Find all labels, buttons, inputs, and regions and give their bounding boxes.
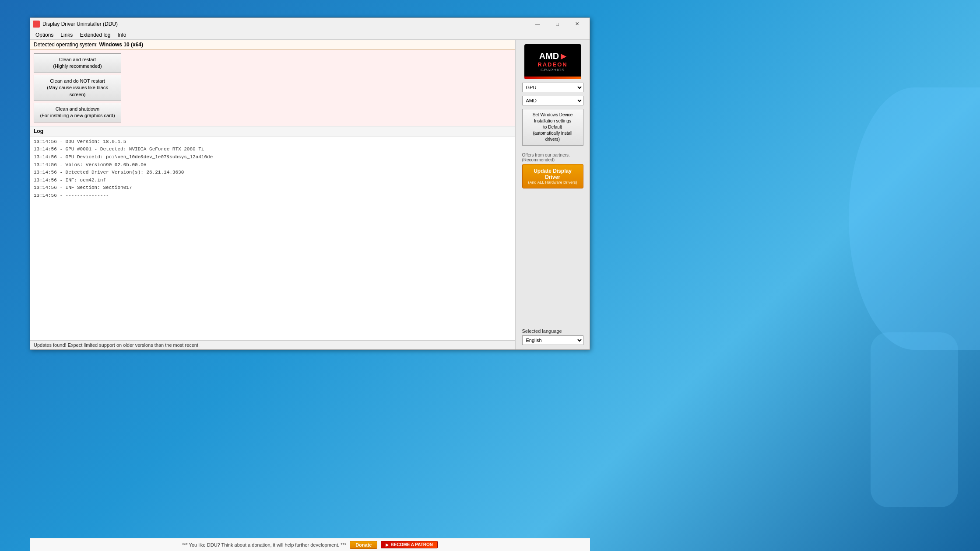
content-area: Detected operating system: Windows 10 (x… (30, 40, 590, 349)
main-panel: Detected operating system: Windows 10 (x… (30, 40, 515, 349)
amd-stripe (524, 77, 581, 79)
app-icon (33, 21, 40, 28)
log-entry: 13:14:56 - --------------- (34, 192, 512, 200)
clean-restart-line1: Clean and restart (39, 56, 116, 63)
windows-settings-button[interactable]: Set Windows Device Installation settings… (522, 109, 583, 146)
clean-restart-line2: (Highly recommended) (39, 63, 116, 70)
clean-shutdown-line2: (For installing a new graphics card) (39, 112, 116, 119)
maximize-button[interactable]: □ (548, 18, 567, 30)
windows-settings-line2: to Default (526, 124, 580, 130)
os-detected-label: Detected operating system: (34, 42, 99, 48)
partners-section: Offers from our partners. (Recommended) … (522, 153, 583, 188)
patron-button[interactable]: ▶ BECOME A PATRON (381, 541, 438, 548)
status-bar: Updates found! Expect limited support on… (30, 340, 515, 349)
menu-info[interactable]: Info (114, 31, 130, 39)
language-label: Selected language (522, 328, 583, 334)
log-label: Log (30, 126, 515, 136)
donation-text: *** You like DDU? Think about a donation… (182, 542, 346, 548)
patron-label: BECOME A PATRON (390, 542, 433, 547)
clean-shutdown-button[interactable]: Clean and shutdown (For installing a new… (34, 103, 121, 122)
donation-bar: *** You like DDU? Think about a donation… (30, 538, 590, 551)
clean-restart-button[interactable]: Clean and restart (Highly recommended) (34, 53, 121, 73)
right-sidebar: AMD ▶ RADEON GRAPHICS GPU CPU AMD NVIDIA… (515, 40, 590, 349)
log-entry: 13:14:56 - INF Section: Section017 (34, 184, 512, 192)
log-content[interactable]: 13:14:56 - DDU Version: 18.0.1.5 13:14:5… (30, 136, 515, 340)
clean-no-restart-button[interactable]: Clean and do NOT restart (May cause issu… (34, 75, 121, 101)
title-bar-buttons: — □ ✕ (528, 18, 587, 30)
menu-links[interactable]: Links (57, 31, 76, 39)
log-entry: 13:14:56 - Vbios: Version90 02.0b.00.0e (34, 161, 512, 169)
language-select[interactable]: English French German Spanish (522, 335, 583, 345)
language-section: Selected language English French German … (522, 328, 583, 345)
partners-label: Offers from our partners. (Recommended) (522, 153, 583, 162)
window-title: Display Driver Uninstaller (DDU) (42, 21, 528, 27)
vendor-select[interactable]: AMD NVIDIA Intel (522, 96, 583, 105)
status-text: Updates found! Expect limited support on… (34, 342, 200, 348)
clean-no-restart-line1: Clean and do NOT restart (39, 78, 116, 84)
os-info-bar: Detected operating system: Windows 10 (x… (30, 40, 515, 50)
update-driver-subtitle: (And ALL Hardware Drivers) (526, 180, 580, 185)
log-entry: 13:14:56 - DDU Version: 18.0.1.5 (34, 138, 512, 146)
title-bar: Display Driver Uninstaller (DDU) — □ ✕ (30, 18, 590, 30)
menu-options[interactable]: Options (32, 31, 57, 39)
amd-text: AMD (539, 51, 559, 61)
update-driver-button[interactable]: Update Display Driver (And ALL Hardware … (522, 164, 583, 188)
update-driver-title: Update Display Driver (526, 168, 580, 180)
minimize-button[interactable]: — (528, 18, 548, 30)
menu-bar: Options Links Extended log Info (30, 30, 590, 40)
app-window: Display Driver Uninstaller (DDU) — □ ✕ O… (30, 17, 590, 350)
log-entry: 13:14:56 - Detected Driver Version(s): 2… (34, 169, 512, 177)
graphics-text: GRAPHICS (541, 68, 565, 72)
windows-settings-line3: (automatically install drivers) (526, 130, 580, 143)
donate-button[interactable]: Donate (350, 541, 377, 549)
action-buttons-area: Clean and restart (Highly recommended) C… (30, 50, 515, 126)
log-entry: 13:14:56 - GPU Deviceld: pci\ven_10de&de… (34, 153, 512, 161)
amd-logo: AMD ▶ RADEON GRAPHICS (524, 44, 581, 79)
log-section: Log 13:14:56 - DDU Version: 18.0.1.5 13:… (30, 126, 515, 340)
log-entry: 13:14:56 - INF: oem42.inf (34, 177, 512, 185)
os-value: Windows 10 (x64) (99, 42, 143, 48)
close-button[interactable]: ✕ (567, 18, 587, 30)
device-type-select[interactable]: GPU CPU (522, 83, 583, 92)
patron-icon: ▶ (386, 543, 389, 547)
log-entry: 13:14:56 - GPU #0001 - Detected: NVIDIA … (34, 146, 512, 153)
radeon-text: RADEON (537, 61, 567, 68)
clean-shutdown-line1: Clean and shutdown (39, 106, 116, 112)
amd-arrow: ▶ (561, 52, 566, 60)
clean-no-restart-line2: (May cause issues like black screen) (39, 84, 116, 98)
menu-extended-log[interactable]: Extended log (76, 31, 114, 39)
windows-settings-line1: Set Windows Device Installation settings (526, 112, 580, 124)
